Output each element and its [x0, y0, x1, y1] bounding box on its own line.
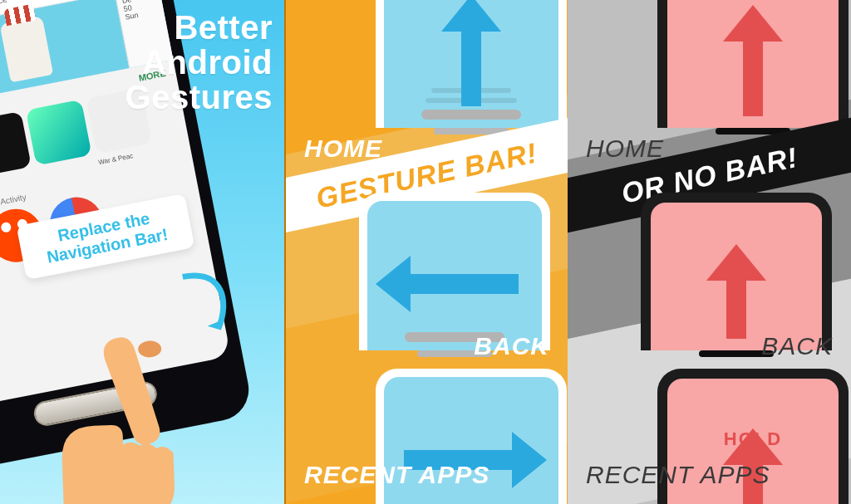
panel-2: GESTURE BAR! HOME BACK — [284, 0, 568, 504]
gesture-card-home — [376, 0, 567, 128]
label-back: BACK — [761, 332, 833, 360]
banner-character — [0, 16, 53, 83]
svg-point-0 — [138, 340, 162, 358]
panel-1: MOVIES & TV BOOKS ◆Categories ●Editors' … — [0, 0, 284, 504]
promo-triptych: MOVIES & TV BOOKS ◆Categories ●Editors' … — [0, 0, 851, 504]
headline: Better Android Gestures — [123, 10, 273, 115]
panel-3: OR NO BAR! HOME BACK HOLD REC — [568, 0, 851, 504]
label-back: BACK — [474, 332, 549, 360]
arrow-left-icon — [376, 256, 519, 312]
gesture-bar[interactable] — [421, 110, 521, 120]
label-recent: RECENT APPS — [586, 461, 770, 489]
label-recent: RECENT APPS — [304, 461, 489, 489]
arrow-up-icon — [706, 244, 766, 339]
label-home: HOME — [304, 135, 382, 163]
label-home: HOME — [586, 135, 664, 163]
app-tile — [26, 100, 92, 166]
gesture-card-back — [359, 193, 550, 350]
arrow-up-icon — [441, 0, 501, 106]
pointing-hand-icon — [25, 330, 248, 504]
arrow-up-icon — [723, 5, 783, 116]
nobar-card-back — [641, 193, 832, 350]
nobar-card-home — [657, 0, 849, 128]
app-tile — [0, 111, 32, 178]
